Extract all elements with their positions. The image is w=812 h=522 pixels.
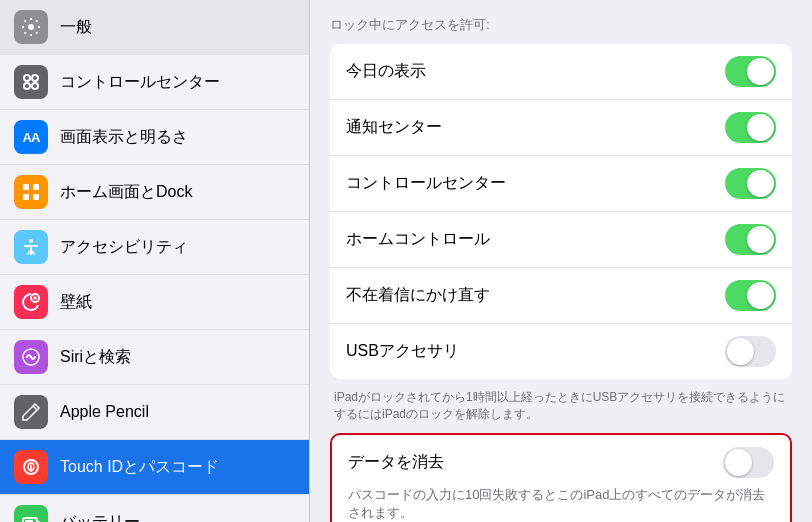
display-icon: AA	[14, 120, 48, 154]
sidebar-item-control-center[interactable]: コントロールセンター	[0, 55, 309, 110]
sidebar-item-home-screen[interactable]: ホーム画面とDock	[0, 165, 309, 220]
erase-toggle[interactable]	[723, 447, 774, 478]
today-label: 今日の表示	[346, 61, 426, 82]
sidebar-item-apple-pencil[interactable]: Apple Pencil	[0, 385, 309, 440]
today-toggle[interactable]	[725, 56, 776, 87]
sidebar-item-general[interactable]: 一般	[0, 0, 309, 55]
row-today: 今日の表示	[330, 44, 792, 100]
notification-toggle-knob	[747, 114, 774, 141]
svg-point-0	[28, 24, 34, 30]
usb-label: USBアクセサリ	[346, 341, 459, 362]
touch-id-icon	[14, 450, 48, 484]
home-control-label: ホームコントロール	[346, 229, 490, 250]
lock-access-card: 今日の表示通知センターコントロールセンターホームコントロール不在着信にかけ直すU…	[330, 44, 792, 379]
svg-rect-6	[33, 184, 39, 190]
control-center-toggle[interactable]	[725, 168, 776, 199]
sidebar-item-display[interactable]: AA画面表示と明るさ	[0, 110, 309, 165]
svg-rect-5	[23, 184, 29, 190]
wallpaper-icon	[14, 285, 48, 319]
sidebar-item-touch-id[interactable]: Touch IDとパスコード	[0, 440, 309, 495]
sidebar-item-siri[interactable]: Siriと検索	[0, 330, 309, 385]
apple-pencil-label: Apple Pencil	[60, 403, 149, 421]
sidebar: 一般コントロールセンターAA画面表示と明るさホーム画面とDockアクセシビリティ…	[0, 0, 310, 522]
control-center-label: コントロールセンター	[346, 173, 506, 194]
missed-calls-toggle-knob	[747, 282, 774, 309]
svg-point-2	[32, 75, 38, 81]
usb-toggle-knob	[727, 338, 754, 365]
erase-title: データを消去	[348, 452, 444, 473]
svg-point-1	[24, 75, 30, 81]
erase-description: パスコードの入力に10回失敗するとこのiPad上のすべてのデータが消去されます。	[348, 486, 774, 522]
missed-calls-toggle[interactable]	[725, 280, 776, 311]
usb-toggle[interactable]	[725, 336, 776, 367]
svg-rect-7	[23, 194, 29, 200]
today-toggle-knob	[747, 58, 774, 85]
sidebar-item-accessibility[interactable]: アクセシビリティ	[0, 220, 309, 275]
row-missed-calls: 不在着信にかけ直す	[330, 268, 792, 324]
main-content: ロック中にアクセスを許可: 今日の表示通知センターコントロールセンターホームコン…	[310, 0, 812, 522]
missed-calls-label: 不在着信にかけ直す	[346, 285, 490, 306]
svg-point-3	[24, 83, 30, 89]
touch-id-label: Touch IDとパスコード	[60, 457, 219, 478]
erase-toggle-knob	[725, 449, 752, 476]
svg-point-4	[32, 83, 38, 89]
notification-toggle[interactable]	[725, 112, 776, 143]
display-label: 画面表示と明るさ	[60, 127, 188, 148]
control-center-icon	[14, 65, 48, 99]
svg-rect-8	[33, 194, 39, 200]
control-center-toggle-knob	[747, 170, 774, 197]
row-control-center: コントロールセンター	[330, 156, 792, 212]
sidebar-item-battery[interactable]: バッテリー	[0, 495, 309, 522]
erase-section: データを消去 パスコードの入力に10回失敗するとこのiPad上のすべてのデータが…	[330, 433, 792, 522]
home-screen-label: ホーム画面とDock	[60, 182, 192, 203]
siri-icon	[14, 340, 48, 374]
erase-row: データを消去	[348, 447, 774, 478]
row-home-control: ホームコントロール	[330, 212, 792, 268]
usb-description: iPadがロックされてから1時間以上経ったときにUSBアクセサリを接続できるよう…	[334, 389, 788, 423]
battery-label: バッテリー	[60, 512, 140, 523]
home-screen-icon	[14, 175, 48, 209]
general-label: 一般	[60, 17, 92, 38]
home-control-toggle[interactable]	[725, 224, 776, 255]
control-center-label: コントロールセンター	[60, 72, 220, 93]
general-icon	[14, 10, 48, 44]
accessibility-icon	[14, 230, 48, 264]
section-title: ロック中にアクセスを許可:	[330, 16, 792, 34]
apple-pencil-icon	[14, 395, 48, 429]
siri-label: Siriと検索	[60, 347, 131, 368]
home-control-toggle-knob	[747, 226, 774, 253]
accessibility-label: アクセシビリティ	[60, 237, 188, 258]
battery-icon	[14, 505, 48, 522]
svg-point-9	[29, 239, 33, 243]
row-usb: USBアクセサリ	[330, 324, 792, 379]
sidebar-item-wallpaper[interactable]: 壁紙	[0, 275, 309, 330]
notification-label: 通知センター	[346, 117, 442, 138]
row-notification: 通知センター	[330, 100, 792, 156]
wallpaper-label: 壁紙	[60, 292, 92, 313]
